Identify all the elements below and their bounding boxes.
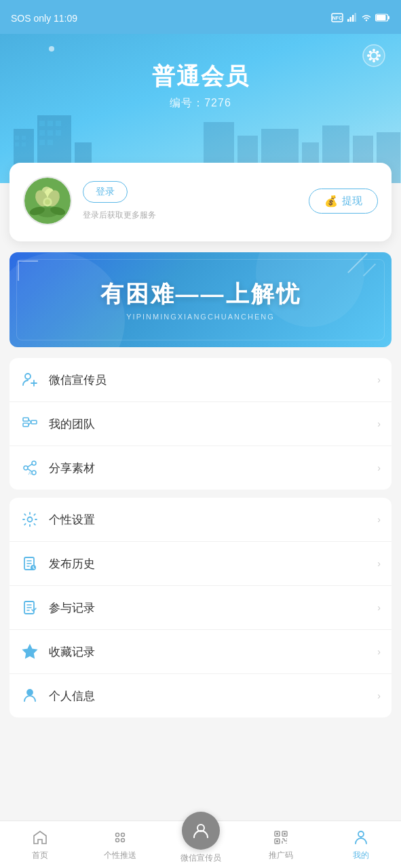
history-icon bbox=[20, 554, 39, 573]
nav-home-label: 首页 bbox=[32, 850, 48, 861]
profile-row: 登录 登录后获取更多服务 💰 提现 bbox=[23, 176, 378, 225]
profile-info: 登录 登录后获取更多服务 bbox=[83, 181, 298, 221]
menu-section-2: 个性设置 › 发布历史 › 参与记录 bbox=[9, 498, 392, 717]
withdraw-button[interactable]: 💰 提现 bbox=[309, 189, 378, 214]
menu-section-1: 微信宣传员 › 我的团队 › bbox=[9, 358, 392, 490]
chevron-right-icon: › bbox=[377, 374, 381, 385]
svg-rect-84 bbox=[276, 833, 278, 835]
nav-weixin-ambassador-label: 微信宣传员 bbox=[180, 852, 221, 864]
svg-point-34 bbox=[373, 60, 375, 62]
svg-rect-4 bbox=[352, 15, 354, 22]
publish-history-label: 发布历史 bbox=[49, 556, 368, 572]
svg-rect-54 bbox=[23, 418, 28, 421]
svg-rect-8 bbox=[377, 15, 386, 20]
svg-rect-3 bbox=[350, 17, 352, 22]
banner-main-text: 有困难——上解忧 bbox=[100, 279, 301, 310]
svg-point-60 bbox=[24, 466, 28, 470]
chevron-right-icon: › bbox=[377, 514, 381, 525]
wifi-icon bbox=[361, 13, 372, 24]
nav-item-personal-push[interactable]: 个性推送 bbox=[80, 823, 160, 867]
hero-section: 普通会员 编号：7276 bbox=[0, 34, 401, 183]
svg-point-61 bbox=[32, 471, 36, 475]
svg-point-79 bbox=[121, 839, 125, 842]
home-icon bbox=[31, 828, 50, 847]
svg-rect-7 bbox=[388, 16, 390, 20]
login-button[interactable]: 登录 bbox=[83, 181, 128, 203]
svg-rect-11 bbox=[22, 136, 26, 140]
chevron-right-icon: › bbox=[377, 602, 381, 613]
person-add-icon bbox=[20, 370, 39, 389]
chevron-right-icon: › bbox=[377, 646, 381, 657]
status-text: SOS only 11:09 bbox=[11, 13, 77, 24]
chevron-right-icon: › bbox=[377, 690, 381, 701]
svg-rect-22 bbox=[47, 140, 53, 145]
svg-rect-85 bbox=[284, 833, 286, 835]
svg-point-37 bbox=[369, 51, 372, 54]
svg-text:NFC: NFC bbox=[332, 16, 342, 20]
svg-point-59 bbox=[32, 461, 36, 465]
nav-item-home[interactable]: 首页 bbox=[0, 823, 80, 867]
svg-point-75 bbox=[27, 690, 33, 695]
svg-point-64 bbox=[28, 517, 33, 522]
svg-rect-12 bbox=[15, 142, 19, 146]
menu-item-personal-settings[interactable]: 个性设置 › bbox=[9, 498, 392, 542]
withdraw-label: 提现 bbox=[342, 195, 362, 208]
svg-point-51 bbox=[25, 374, 31, 379]
weixin-ambassador-button[interactable] bbox=[182, 812, 220, 850]
svg-rect-2 bbox=[347, 19, 349, 22]
svg-point-40 bbox=[369, 58, 372, 60]
personal-settings-label: 个性设置 bbox=[49, 512, 368, 528]
svg-rect-10 bbox=[15, 136, 19, 140]
weixin-promoter-label: 微信宣传员 bbox=[49, 372, 368, 388]
svg-point-35 bbox=[367, 54, 370, 57]
member-title: 普通会员 bbox=[14, 61, 387, 92]
settings-button[interactable] bbox=[359, 41, 389, 71]
nav-personal-push-label: 个性推送 bbox=[104, 850, 136, 861]
promotional-banner[interactable]: 有困难——上解忧 YIPINMINGXIANGCHUANCHENG bbox=[9, 252, 392, 347]
svg-rect-86 bbox=[276, 840, 278, 842]
qr-icon bbox=[271, 828, 290, 847]
share-material-label: 分享素材 bbox=[49, 460, 368, 476]
participate-record-label: 参与记录 bbox=[49, 600, 368, 616]
grid-icon bbox=[111, 828, 130, 847]
svg-rect-17 bbox=[56, 121, 61, 126]
svg-rect-20 bbox=[56, 130, 61, 136]
svg-point-38 bbox=[376, 58, 379, 60]
menu-item-favorite-record[interactable]: 收藏记录 › bbox=[9, 630, 392, 674]
nfc-icon: NFC bbox=[331, 13, 343, 24]
menu-item-weixin-promoter[interactable]: 微信宣传员 › bbox=[9, 358, 392, 402]
svg-point-78 bbox=[116, 839, 119, 842]
record-icon bbox=[20, 598, 39, 617]
svg-point-77 bbox=[121, 833, 125, 837]
money-bag-icon: 💰 bbox=[324, 195, 338, 208]
svg-rect-5 bbox=[355, 13, 357, 22]
user-icon bbox=[20, 686, 39, 705]
menu-item-participate-record[interactable]: 参与记录 › bbox=[9, 586, 392, 630]
status-icons: NFC bbox=[331, 13, 390, 24]
svg-rect-13 bbox=[22, 142, 26, 146]
user-outline-icon bbox=[351, 828, 370, 847]
menu-item-publish-history[interactable]: 发布历史 › bbox=[9, 542, 392, 586]
svg-rect-19 bbox=[47, 130, 53, 136]
svg-point-36 bbox=[378, 54, 381, 57]
svg-point-93 bbox=[358, 831, 364, 837]
nav-item-mine[interactable]: 我的 bbox=[321, 823, 401, 867]
banner-sub-text: YIPINMINGXIANGCHUANCHENG bbox=[100, 313, 301, 321]
menu-item-personal-info[interactable]: 个人信息 › bbox=[9, 674, 392, 717]
profile-card: 登录 登录后获取更多服务 💰 提现 bbox=[9, 163, 392, 241]
bottom-navigation: 首页 个性推送 微信宣传员 bbox=[0, 821, 401, 868]
svg-rect-21 bbox=[39, 140, 45, 145]
my-team-label: 我的团队 bbox=[49, 416, 368, 432]
chevron-right-icon: › bbox=[377, 462, 381, 473]
menu-item-share-material[interactable]: 分享素材 › bbox=[9, 446, 392, 490]
login-hint: 登录后获取更多服务 bbox=[83, 210, 298, 221]
share-icon bbox=[20, 458, 39, 477]
favorite-record-label: 收藏记录 bbox=[49, 644, 368, 660]
nav-item-qr-code[interactable]: 推广码 bbox=[241, 823, 321, 867]
nav-item-weixin-ambassador[interactable]: 微信宣传员 bbox=[160, 820, 240, 868]
svg-rect-56 bbox=[31, 420, 37, 424]
svg-marker-74 bbox=[23, 645, 37, 658]
star-icon bbox=[20, 642, 39, 661]
nav-qr-label: 推广码 bbox=[269, 850, 293, 861]
menu-item-my-team[interactable]: 我的团队 › bbox=[9, 402, 392, 446]
